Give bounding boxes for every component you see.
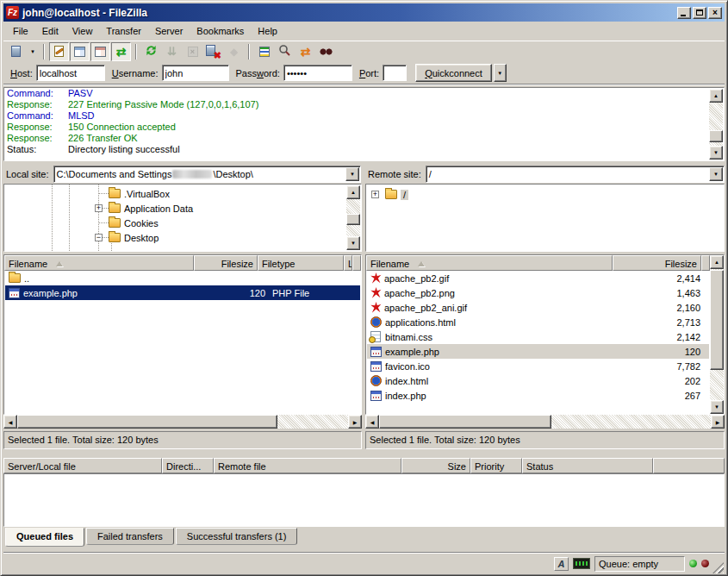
toggle-local-tree-button[interactable] <box>70 42 90 61</box>
local-hscrollbar[interactable]: ◀ ▶ <box>3 415 362 429</box>
scroll-thumb[interactable] <box>346 214 360 225</box>
tab-successful-transfers-[interactable]: Successful transfers (1) <box>176 528 298 545</box>
scroll-up-button[interactable]: ▲ <box>346 185 360 199</box>
file-row[interactable]: .. <box>5 271 360 285</box>
quickconnect-button[interactable]: Quickconnect <box>415 64 492 82</box>
menu-transfer[interactable]: Transfer <box>99 24 148 38</box>
file-row[interactable]: example.php120PHP File1 <box>5 285 360 300</box>
column-header-filetype[interactable]: Filetype <box>258 255 344 271</box>
column-header-filesize[interactable]: Filesize <box>613 255 702 271</box>
remote-site-combobox[interactable]: / ▼ <box>426 166 725 183</box>
open-site-manager-button[interactable] <box>6 42 26 61</box>
scroll-down-button[interactable]: ▼ <box>710 400 724 414</box>
file-row[interactable]: index.php267 <box>367 388 709 403</box>
column-header-label: Server/Local file <box>8 461 76 472</box>
window-title: john@localhost - FileZilla <box>22 7 147 19</box>
menu-help[interactable]: Help <box>251 24 284 38</box>
local-tree-scrollbar[interactable]: ▲ ▼ <box>346 185 360 250</box>
tree-item[interactable]: Cookies <box>109 216 159 230</box>
tree-item[interactable]: / <box>385 187 408 202</box>
minimize-button[interactable] <box>677 7 691 19</box>
username-field[interactable] <box>162 65 229 81</box>
tab-queued-files[interactable]: Queued files <box>5 528 84 547</box>
menu-server[interactable]: Server <box>148 24 190 38</box>
file-row[interactable]: apache_pb2.gif2,414 <box>367 271 709 285</box>
file-row[interactable]: apache_pb2.png1,463 <box>367 285 709 300</box>
file-cell <box>202 271 269 285</box>
column-header-filename[interactable]: Filename <box>4 255 194 271</box>
transfer-type-icon[interactable]: A <box>554 557 569 571</box>
log-entry-text: Directory listing successful <box>68 144 180 155</box>
apache-image-icon <box>370 302 382 313</box>
tree-item[interactable]: Application Data <box>109 201 193 216</box>
file-row[interactable]: applications.html2,713 <box>367 315 709 329</box>
directory-comparison-button[interactable] <box>275 42 295 61</box>
scroll-left-button[interactable]: ◀ <box>365 415 379 429</box>
site-manager-dropdown-button[interactable]: ▼ <box>27 42 39 61</box>
scroll-left-button[interactable]: ◀ <box>3 415 17 429</box>
menu-bookmarks[interactable]: Bookmarks <box>190 24 251 38</box>
column-header-l[interactable]: L <box>344 255 352 271</box>
scroll-thumb[interactable] <box>17 415 277 429</box>
column-header-remotefile[interactable]: Remote file <box>214 458 401 473</box>
resize-grip[interactable] <box>712 562 724 573</box>
cancel-operation-button[interactable]: × <box>183 42 202 61</box>
scroll-up-button[interactable]: ▲ <box>710 255 724 269</box>
scroll-thumb[interactable] <box>710 270 724 370</box>
log-scrollbar[interactable]: ▲ ▼ <box>709 89 723 160</box>
refresh-button[interactable] <box>141 42 161 61</box>
toggle-transfer-queue-button[interactable]: ⇄ <box>111 42 131 61</box>
password-field[interactable] <box>283 65 352 81</box>
tab-failed-transfers[interactable]: Failed transfers <box>86 528 174 545</box>
menu-view[interactable]: View <box>65 24 100 38</box>
column-header-serverlocalfile[interactable]: Server/Local file <box>3 458 162 473</box>
filename-filters-button[interactable] <box>254 42 274 61</box>
scroll-up-button[interactable]: ▲ <box>709 89 723 103</box>
toggle-message-log-button[interactable] <box>49 42 69 61</box>
file-row[interactable]: example.php120 <box>367 344 709 359</box>
close-button[interactable]: × <box>708 7 722 19</box>
tree-expander[interactable]: + <box>95 204 103 212</box>
column-header-filesize[interactable]: Filesize <box>194 255 258 271</box>
column-header-status[interactable]: Status <box>522 458 653 473</box>
file-row[interactable]: index.html202 <box>367 373 709 388</box>
column-header-priority[interactable]: Priority <box>470 458 522 473</box>
tree-item[interactable]: Desktop <box>109 230 159 245</box>
log-entry: Response:227 Entering Passive Mode (127,… <box>4 99 724 110</box>
scroll-thumb[interactable] <box>379 415 551 429</box>
find-files-button[interactable] <box>316 42 336 61</box>
file-row[interactable]: favicon.ico7,782 <box>367 359 709 373</box>
reconnect-button[interactable]: ◆ <box>224 42 244 61</box>
tree-expander[interactable]: − <box>95 234 103 241</box>
disconnect-button[interactable]: ✖ <box>203 42 223 61</box>
local-site-combobox[interactable]: C:\Documents and Settings\Desktop\ ▼ <box>53 166 361 183</box>
tree-expander[interactable]: + <box>371 191 379 198</box>
file-row[interactable]: bitnami.css2,142 <box>367 329 709 344</box>
remote-vscrollbar[interactable]: ▲ ▼ <box>710 255 724 414</box>
speed-limit-icon[interactable] <box>573 558 590 569</box>
column-header-size[interactable]: Size <box>401 458 470 473</box>
maximize-button[interactable] <box>693 7 706 19</box>
scroll-down-button[interactable]: ▼ <box>346 236 360 250</box>
port-field[interactable] <box>383 65 407 81</box>
menu-file[interactable]: File <box>6 24 35 38</box>
remote-hscrollbar[interactable]: ◀ ▶ <box>365 415 725 429</box>
toggle-remote-tree-button[interactable] <box>90 42 110 61</box>
synchronized-browsing-button[interactable]: ⇄ <box>296 42 315 61</box>
process-queue-button[interactable]: ⇊ <box>162 42 182 61</box>
scroll-right-button[interactable]: ▶ <box>711 415 725 429</box>
host-field[interactable] <box>36 65 105 81</box>
tree-item[interactable]: .VirtualBox <box>109 186 170 201</box>
file-row[interactable]: apache_pb2_ani.gif2,160 <box>367 300 709 315</box>
column-header-filename[interactable]: Filename <box>366 255 613 271</box>
remote-site-dropdown-button[interactable]: ▼ <box>709 167 723 181</box>
file-cell-text: 120 <box>250 288 265 298</box>
column-header-directi[interactable]: Directi... <box>162 458 214 473</box>
scroll-right-button[interactable]: ▶ <box>348 415 362 429</box>
scroll-down-button[interactable]: ▼ <box>709 146 723 160</box>
menu-edit[interactable]: Edit <box>35 24 65 38</box>
file-cell: 2,414 <box>614 271 704 285</box>
local-site-dropdown-button[interactable]: ▼ <box>345 167 359 181</box>
quickconnect-dropdown-button[interactable]: ▼ <box>494 64 507 82</box>
scroll-thumb[interactable] <box>709 130 723 142</box>
